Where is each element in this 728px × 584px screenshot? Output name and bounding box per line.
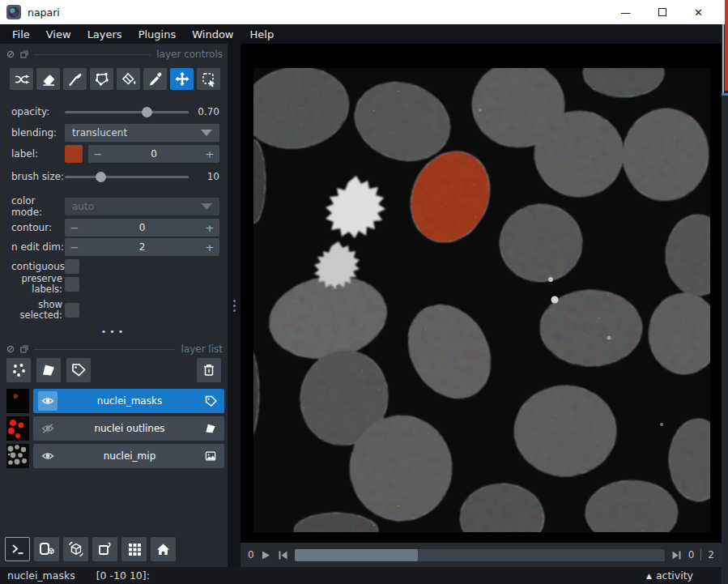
menu-window[interactable]: Window	[184, 28, 241, 40]
dims-slider-bar: 0 0 2	[241, 543, 722, 567]
menu-layers[interactable]: Layers	[79, 28, 130, 40]
fill-bucket-icon	[120, 70, 138, 88]
pan-zoom-button[interactable]	[170, 68, 194, 90]
contour-value[interactable]: 0	[84, 222, 200, 233]
label-increment-button[interactable]: +	[200, 148, 219, 160]
screen-edge-gray-line	[722, 24, 724, 95]
paint-button[interactable]	[63, 68, 87, 90]
layer-row-nuclei-mip[interactable]: nuclei_mip	[6, 444, 224, 468]
shapes-layer-icon	[204, 422, 217, 435]
label-value[interactable]: 0	[108, 148, 200, 160]
header-rule	[34, 349, 175, 350]
brush-size-value: 10	[195, 171, 219, 182]
visibility-toggle[interactable]	[38, 391, 57, 411]
activity-label: activity	[656, 569, 693, 582]
n-edit-dim-value[interactable]: 2	[84, 241, 200, 253]
transform-button[interactable]	[197, 68, 220, 90]
transform-icon	[200, 70, 218, 88]
menu-file[interactable]: File	[4, 28, 38, 40]
dims-divider	[700, 549, 701, 561]
grid-view-button[interactable]	[121, 537, 147, 561]
hide-dock-icon[interactable]	[6, 50, 15, 58]
home-icon	[155, 541, 172, 558]
home-reset-view-button[interactable]	[151, 537, 176, 561]
float-dock-icon[interactable]	[20, 50, 28, 58]
layer-thumbnail	[6, 389, 29, 413]
contour-spinbox[interactable]: − 0 +	[65, 219, 219, 237]
seek-last-icon[interactable]	[671, 550, 682, 561]
eye-off-icon	[41, 422, 54, 435]
show-selected-checkbox[interactable]	[65, 303, 79, 318]
brush-size-slider[interactable]	[65, 171, 189, 183]
label-color-swatch[interactable]	[65, 145, 83, 163]
opacity-slider[interactable]	[65, 106, 189, 118]
transpose-dimensions-button[interactable]	[92, 537, 117, 561]
visibility-toggle[interactable]	[38, 419, 57, 438]
header-rule	[34, 54, 151, 55]
window-titlebar: napari — ✕	[0, 0, 728, 24]
paintbrush-icon	[66, 70, 84, 88]
minimize-button[interactable]: —	[607, 0, 644, 24]
viewer-canvas[interactable]	[241, 44, 722, 543]
label-decrement-button[interactable]: −	[88, 148, 108, 160]
pan-arrows-icon	[173, 70, 191, 88]
opacity-slider-knob[interactable]	[142, 107, 152, 117]
polygon-button[interactable]	[90, 68, 113, 90]
visibility-toggle[interactable]	[38, 446, 57, 466]
layer-row-nuclei-outlines[interactable]: nuclei outlines	[6, 416, 224, 441]
contour-decrement-button[interactable]: −	[65, 222, 84, 234]
layer-row-nuclei-masks[interactable]: nuclei_masks	[6, 389, 224, 413]
n-edit-dim-spinbox[interactable]: − 2 +	[65, 238, 219, 256]
console-button[interactable]	[5, 537, 30, 561]
activity-toggle[interactable]: ▲ activity	[646, 569, 693, 582]
screen-edge-red-strip	[725, 0, 728, 91]
show-selected-label: show selected:	[11, 300, 65, 321]
panel-splitter-handle[interactable]: •••	[0, 326, 228, 337]
layer-list-header: layer list	[6, 342, 223, 356]
status-bar: nuclei_masks [0 -10 10]: ▲ activity	[0, 567, 728, 584]
label-row: label: − 0 +	[11, 145, 219, 163]
fill-button[interactable]	[117, 68, 140, 90]
play-icon[interactable]	[261, 550, 271, 561]
grid-icon	[126, 541, 143, 557]
new-labels-layer-button[interactable]	[66, 358, 91, 382]
menu-view[interactable]: View	[38, 28, 79, 40]
delete-layer-button[interactable]	[197, 358, 221, 382]
n-edit-dim-increment-button[interactable]: +	[200, 241, 219, 254]
close-button[interactable]: ✕	[680, 0, 717, 24]
roll-dimensions-icon	[67, 540, 85, 558]
roll-dimensions-button[interactable]	[63, 537, 88, 561]
color-mode-value: auto	[72, 201, 94, 212]
float-dock-icon[interactable]	[20, 345, 28, 353]
hide-dock-icon[interactable]	[6, 345, 15, 353]
layer-name: nuclei outlines	[57, 423, 202, 434]
brush-size-slider-knob[interactable]	[96, 172, 106, 182]
layer-controls-header: layer controls	[6, 47, 223, 62]
seek-first-icon[interactable]	[278, 550, 288, 561]
new-shapes-layer-button[interactable]	[36, 358, 61, 382]
trash-icon	[201, 362, 217, 378]
menu-help[interactable]: Help	[242, 28, 283, 40]
preserve-labels-checkbox[interactable]	[65, 277, 79, 292]
opacity-row: opacity: 0.70	[11, 103, 219, 121]
maximize-button[interactable]	[644, 0, 680, 24]
dims-slider-handle[interactable]	[295, 549, 418, 561]
shapes-icon	[40, 362, 57, 378]
shuffle-colors-button[interactable]	[10, 68, 33, 90]
polygon-lasso-icon	[93, 70, 111, 88]
color-mode-row: color mode: auto	[11, 198, 219, 215]
color-picker-button[interactable]	[143, 68, 167, 90]
dock-resize-handle[interactable]	[228, 44, 241, 567]
n-edit-dim-decrement-button[interactable]: −	[65, 241, 84, 254]
brush-size-row: brush size: 10	[11, 168, 219, 185]
contour-increment-button[interactable]: +	[200, 222, 219, 234]
menu-plugins[interactable]: Plugins	[130, 28, 185, 40]
label-spinbox[interactable]: − 0 +	[88, 145, 219, 163]
blending-dropdown[interactable]: translucent	[65, 124, 219, 142]
screen-edge-blue-tick	[722, 93, 728, 96]
window-title: napari	[28, 6, 60, 19]
ndisplay-toggle-button[interactable]	[34, 537, 59, 561]
dims-slider-track[interactable]	[295, 549, 665, 561]
new-points-layer-button[interactable]	[6, 358, 31, 382]
erase-button[interactable]	[36, 68, 60, 90]
